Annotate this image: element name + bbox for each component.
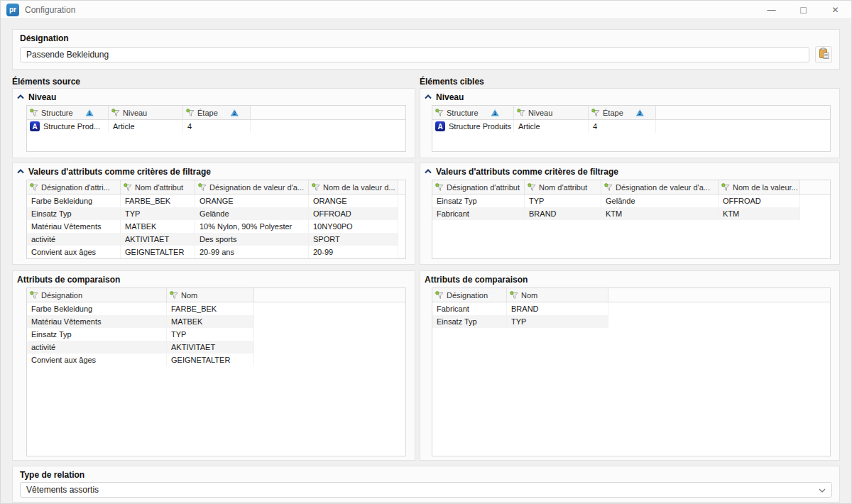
filter-icon[interactable] xyxy=(435,109,444,117)
paste-button[interactable] xyxy=(815,46,832,63)
filter-icon[interactable] xyxy=(30,291,38,300)
cell-niveau: Article xyxy=(109,120,183,133)
column-header-label: Structure xyxy=(447,109,479,117)
filter-icon[interactable] xyxy=(170,291,178,300)
table-row[interactable]: activitéAKTIVITAET xyxy=(27,341,405,354)
window-title: Configuration xyxy=(25,5,75,15)
filter-icon[interactable] xyxy=(591,109,600,117)
filter-icon[interactable] xyxy=(528,183,536,192)
designation-input[interactable] xyxy=(20,47,809,62)
column-header[interactable]: Désignation xyxy=(27,288,167,302)
column-header-label: Désignation de valeur d'a... xyxy=(616,183,710,192)
cell-structure: Structure Produits xyxy=(449,122,511,131)
close-button[interactable]: ✕ xyxy=(819,1,851,18)
window-controls: — □ ✕ xyxy=(755,1,851,18)
filter-icon[interactable] xyxy=(124,183,132,192)
target-comparison-table: Désignation Nom FabricantBRAND Einsatz T… xyxy=(432,287,831,456)
cell-etape: 4 xyxy=(183,120,251,133)
column-header-label: Désignation de valeur d'a... xyxy=(209,183,304,192)
article-icon: A xyxy=(435,121,445,131)
target-filter-table: Désignation d'attribut Nom d'attribut Dé… xyxy=(432,180,831,259)
source-filter-header[interactable]: Valeurs d'attributs comme critères de fi… xyxy=(13,163,415,178)
chevron-up-icon xyxy=(425,169,432,174)
table-row[interactable]: FabricantBRANDKTMKTM xyxy=(432,207,830,220)
table-row[interactable]: AStructure Prod... Article 4 xyxy=(27,120,405,133)
column-header[interactable]: Désignation de valeur d'a... xyxy=(601,180,719,194)
column-header-label: Niveau xyxy=(528,109,552,117)
relation-selected-value: Vêtements assortis xyxy=(26,485,819,495)
sort-order-icon: 2 xyxy=(231,109,239,116)
table-row[interactable]: Farbe BekleidungFARBE_BEKORANGEORANGE xyxy=(27,195,405,207)
column-header[interactable]: Nom de la valeur d... xyxy=(309,180,398,194)
filter-icon[interactable] xyxy=(312,183,320,192)
table-row[interactable]: Einsatz TypTYP xyxy=(27,328,405,341)
column-header-structure[interactable]: Structure 1 xyxy=(27,106,109,119)
table-row[interactable]: Matériau VêtementsMATBEK xyxy=(27,315,405,328)
source-niveau-header[interactable]: Niveau xyxy=(13,89,415,104)
column-header[interactable]: Nom de la valeur... xyxy=(719,180,800,194)
filter-icon[interactable] xyxy=(30,183,38,192)
filter-icon[interactable] xyxy=(435,291,444,300)
column-header-etape[interactable]: Étape 2 xyxy=(589,106,656,119)
column-header-label: Étape xyxy=(603,109,623,117)
filter-icon[interactable] xyxy=(111,109,120,117)
filter-icon[interactable] xyxy=(510,291,518,300)
column-header-niveau[interactable]: Niveau xyxy=(514,106,589,119)
source-filter-table: Désignation d'attri... Nom d'attribut Dé… xyxy=(26,180,406,259)
filter-icon[interactable] xyxy=(198,183,207,192)
table-row[interactable]: FabricantBRAND xyxy=(432,302,830,315)
column-header[interactable]: Désignation d'attribut xyxy=(432,180,525,194)
table-row[interactable]: Convient aux âgesGEIGNETALTER xyxy=(27,354,405,366)
column-header-niveau[interactable]: Niveau xyxy=(109,106,183,119)
chevron-up-icon xyxy=(425,94,432,99)
target-filter-panel: Valeurs d'attributs comme critères de fi… xyxy=(420,163,840,265)
table-row[interactable]: Farbe BekleidungFARBE_BEK xyxy=(27,302,405,315)
target-niveau-table: Structure 1 Niveau Étape 2 xyxy=(432,105,831,152)
column-header[interactable]: Nom xyxy=(507,288,608,302)
filter-icon[interactable] xyxy=(435,183,444,192)
target-niveau-header[interactable]: Niveau xyxy=(420,89,839,104)
table-row[interactable]: Einsatz TypTYP xyxy=(432,315,830,328)
column-header-filler xyxy=(656,106,830,119)
table-row[interactable]: Einsatz TypTYPGeländeOFFROAD xyxy=(432,195,830,207)
filter-icon[interactable] xyxy=(721,183,730,192)
source-comparison-header: Attributs de comparaison xyxy=(13,271,415,286)
column-header-etape[interactable]: Étape 2 xyxy=(183,106,251,119)
filter-icon[interactable] xyxy=(30,109,38,117)
column-header[interactable]: Désignation de valeur d'a... xyxy=(195,180,309,194)
minimize-button[interactable]: — xyxy=(755,1,787,18)
source-filter-panel: Valeurs d'attributs comme critères de fi… xyxy=(12,163,415,265)
target-filter-header[interactable]: Valeurs d'attributs comme critères de fi… xyxy=(420,163,839,178)
clipboard-paste-icon xyxy=(819,48,829,62)
designation-label: Désignation xyxy=(20,33,832,43)
target-column: Éléments cibles Niveau Structure xyxy=(420,77,840,461)
column-header-label: Désignation d'attri... xyxy=(41,183,110,192)
column-header-filler xyxy=(251,106,405,119)
column-header[interactable]: Désignation d'attri... xyxy=(27,180,121,194)
filter-icon[interactable] xyxy=(517,109,525,117)
column-header-filler xyxy=(800,180,830,194)
table-row[interactable]: Einsatz TypTYPGeländeOFFROAD xyxy=(27,207,405,220)
column-header-structure[interactable]: Structure 1 xyxy=(432,106,514,119)
column-header-label: Nom d'attribut xyxy=(135,183,183,192)
table-row[interactable]: Convient aux âgesGEIGNETALTER20-99 ans20… xyxy=(27,246,405,258)
column-header[interactable]: Nom d'attribut xyxy=(525,180,601,194)
column-header-label: Nom xyxy=(521,291,537,300)
table-row[interactable]: Matériau VêtementsMATBEK10% Nylon, 90% P… xyxy=(27,220,405,233)
column-header[interactable]: Nom xyxy=(167,288,254,302)
filter-icon[interactable] xyxy=(186,109,195,117)
column-header-filler xyxy=(398,180,405,194)
column-header[interactable]: Nom d'attribut xyxy=(121,180,195,194)
relation-combobox[interactable]: Vêtements assortis xyxy=(20,482,832,498)
column-header[interactable]: Désignation xyxy=(432,288,507,302)
maximize-button[interactable]: □ xyxy=(787,1,819,18)
group-header-label: Valeurs d'attributs comme critères de fi… xyxy=(28,167,211,177)
source-niveau-panel: Niveau Structure 1 Niveau xyxy=(12,88,415,158)
relation-panel: Type de relation Vêtements assortis xyxy=(12,466,840,503)
table-row[interactable]: AStructure Produits Article 4 xyxy=(432,120,830,133)
table-row[interactable]: activitéAKTIVITAETDes sportsSPORT xyxy=(27,233,405,246)
app-logo-icon: pr xyxy=(6,4,19,16)
filter-icon[interactable] xyxy=(604,183,613,192)
source-comparison-table: Désignation Nom Farbe BekleidungFARBE_BE… xyxy=(26,287,406,456)
article-icon: A xyxy=(30,121,40,131)
